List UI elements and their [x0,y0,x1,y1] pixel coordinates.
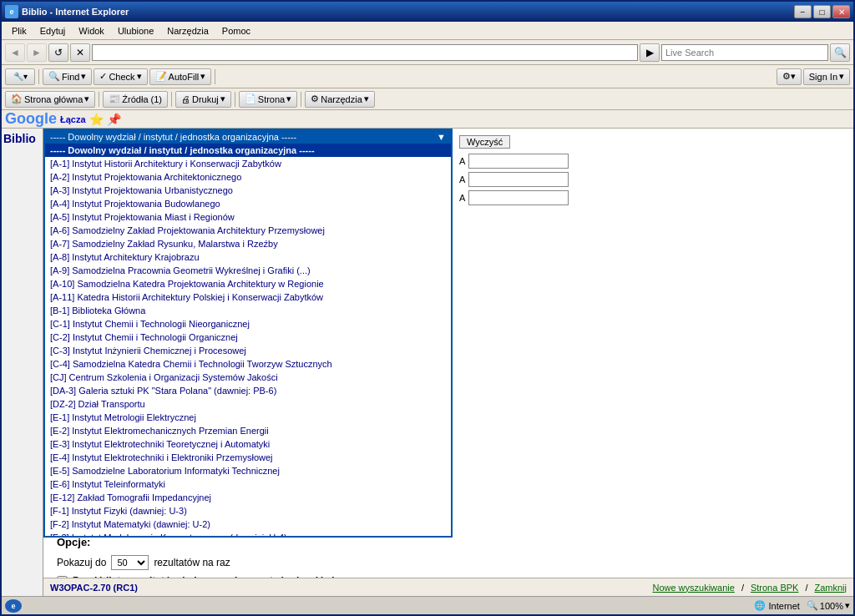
minimize-button[interactable]: − [794,5,812,18]
dropdown-item[interactable]: [F-1] Instytut Fizyki (dawniej: U-3) [45,504,451,518]
menu-plik[interactable]: Plik [5,24,33,38]
dropdown-item[interactable]: [C-4] Samodzielna Katedra Chemii i Techn… [45,357,451,371]
strona-btn[interactable]: 📄 Strona ▾ [239,91,297,108]
dropdown-item[interactable]: ----- Dowolny wydział / instytut / jedno… [45,144,451,157]
sep5 [235,92,235,107]
form-clear-row: Wyczyść [459,135,847,149]
dropdown-item[interactable]: [B-1] Biblioteka Główna [45,304,451,317]
autofill-button[interactable]: 📝 AutoFill ▾ [149,68,212,85]
menu-bar: Plik Edytuj Widok Ulubione Narzędzia Pom… [2,22,853,40]
form-row-2: A [459,172,847,187]
strona-glowna-button[interactable]: 🏠 Strona główna ▾ [5,91,95,108]
narzedzia-arrow: ▾ [364,93,369,104]
dropdown-item[interactable]: [F-2] Instytut Matematyki (dawniej: U-2) [45,518,451,531]
zrodla-button[interactable]: 📰 Źródła (1) [103,91,168,108]
title-bar-left: e Biblio - Internet Explorer [5,5,129,18]
dropdown-item[interactable]: [E-1] Instytut Metrologii Elektrycznej [45,411,451,424]
dropdown-item[interactable]: [E-3] Instytut Elektrotechniki Teoretycz… [45,437,451,451]
dropdown-item[interactable]: [A-4] Instytut Projektowania Budowlanego [45,197,451,210]
dropdown-item[interactable]: [CJ] Centrum Szkolenia i Organizacji Sys… [45,371,451,384]
menu-narzedzia[interactable]: Narzędzia [160,24,215,38]
toolbar-row1: ◄ ► ↺ ✕ ▶ 🔍 [2,40,853,65]
status-left: e [5,599,22,613]
check-icon: ✓ [99,71,107,82]
dropdown-item[interactable]: [F-3] Instytut Modelowania Komputerowego… [45,531,451,536]
narzedzia-label: Narzędzia [321,94,362,104]
sep1 [38,69,39,84]
narzedzia-icon: ⚙ [311,93,319,104]
form-input-1[interactable] [468,154,569,169]
narzedzia-btn[interactable]: ⚙ Narzędzia ▾ [305,91,375,108]
dropdown-item[interactable]: [A-3] Instytut Projektowania Urbanistycz… [45,184,451,197]
go-button[interactable]: ▶ [640,43,660,62]
dropdown-item[interactable]: [A-2] Instytut Projektowania Architekton… [45,170,451,184]
dropdown-item[interactable]: [E-2] Instytut Elektromechanicznych Prze… [45,424,451,437]
find-arrow: ▾ [81,71,86,82]
drukuj-arrow: ▾ [220,93,225,104]
status-zone: 🌐 Internet [754,600,800,611]
field-label-2: A [459,174,465,184]
close-button[interactable]: ✕ [832,5,850,18]
dropdown-item[interactable]: [C-3] Instytut Inżynierii Chemicznej i P… [45,344,451,357]
window-frame: e Biblio - Internet Explorer − □ ✕ Plik … [0,0,855,616]
print-icon: 🖨 [181,94,190,104]
back-button[interactable]: ◄ [5,43,25,62]
find-button[interactable]: 🔍 Find ▾ [43,68,92,85]
forward-button[interactable]: ► [27,43,47,62]
menu-ulubione[interactable]: Ulubione [111,24,160,38]
dropdown-list[interactable]: ----- Dowolny wydział / instytut / jedno… [45,144,451,536]
star-icon[interactable]: ⭐ [89,113,104,126]
form-row-1: A [459,154,847,169]
dropdown-item[interactable]: [A-1] Instytut Historii Architektury i K… [45,157,451,170]
autofill-icon: 📝 [155,71,167,82]
page-form: Wyczyść A A A [453,129,853,596]
menu-pomoc[interactable]: Pomoc [215,24,257,38]
dropdown-item[interactable]: [A-7] Samodzielny Zakład Rysunku, Malars… [45,237,451,250]
check-button[interactable]: ✓ Check ▾ [94,68,147,85]
dropdown-item[interactable]: [DZ-2] Dział Transportu [45,397,451,411]
autofill-arrow: ▾ [200,71,205,82]
dropdown-item[interactable]: [E-5] Samodzielne Laboratorium Informaty… [45,464,451,477]
show-count-select[interactable]: 50 10 20 100 [111,555,149,570]
search-button[interactable]: 🔍 [830,43,850,62]
sep6 [301,92,301,107]
stop-button[interactable]: ✕ [70,43,90,62]
maximize-button[interactable]: □ [813,5,831,18]
status-bar: e 🌐 Internet 🔍 100% ▾ [2,596,853,614]
dropdown-item[interactable]: [C-2] Instytut Chemii i Technologii Orga… [45,331,451,344]
address-bar[interactable] [92,44,638,61]
sidebar-title: Biblio [3,132,41,145]
links-label[interactable]: Łącza [60,114,86,124]
signin-button[interactable]: Sign In ▾ [803,68,850,85]
ie-icon: e [5,5,18,18]
dropdown-item[interactable]: [C-1] Instytut Chemii i Technologii Nieo… [45,317,451,331]
content-area: Biblio ----- Dowolny wydział / instytut … [2,129,853,596]
form-input-2[interactable] [468,172,569,187]
tools-btn[interactable]: 🔧▾ [5,68,35,85]
refresh-button[interactable]: ↺ [48,43,68,62]
clear-button[interactable]: Wyczyść [459,135,510,149]
zoom-label: 100% [820,601,843,611]
show-label: Pokazuj do [57,557,106,568]
dropdown-item[interactable]: [A-8] Instytut Architektury Krajobrazu [45,250,451,264]
dropdown-item[interactable]: [E-12] Zakład Tomografii Impedancyjnej [45,491,451,504]
zoom-arrow[interactable]: ▾ [845,600,850,611]
dropdown-item[interactable]: [A-10] Samodzielna Katedra Projektowania… [45,277,451,290]
per-page-label: rezultatów na raz [154,557,230,568]
dropdown-item[interactable]: [A-11] Katedra Historii Architektury Pol… [45,290,451,304]
dropdown-item[interactable]: [A-5] Instytut Projektowania Miast i Reg… [45,210,451,224]
menu-widok[interactable]: Widok [72,24,111,38]
dropdown-item[interactable]: [A-6] Samodzielny Zakład Projektowania A… [45,224,451,237]
dropdown-item[interactable]: [E-4] Instytut Elektrotechniki i Elektro… [45,451,451,464]
drukuj-button[interactable]: 🖨 Drukuj ▾ [175,91,231,108]
form-input-3[interactable] [468,190,569,205]
search-input[interactable] [661,44,828,61]
dropdown-item[interactable]: [E-6] Instytut Teleinformatyki [45,477,451,491]
dropdown-item[interactable]: [DA-3] Galeria sztuki PK "Stara Polana" … [45,384,451,397]
bookmark-icon[interactable]: 📌 [107,113,121,126]
dropdown-item[interactable]: [A-9] Samodzielna Pracownia Geometrii Wy… [45,264,451,277]
home-icon: 🏠 [11,93,23,104]
dropdown-header: ----- Dowolny wydział / instytut / jedno… [45,130,451,144]
settings-button[interactable]: ⚙▾ [777,68,802,85]
menu-edytuj[interactable]: Edytuj [33,24,73,38]
